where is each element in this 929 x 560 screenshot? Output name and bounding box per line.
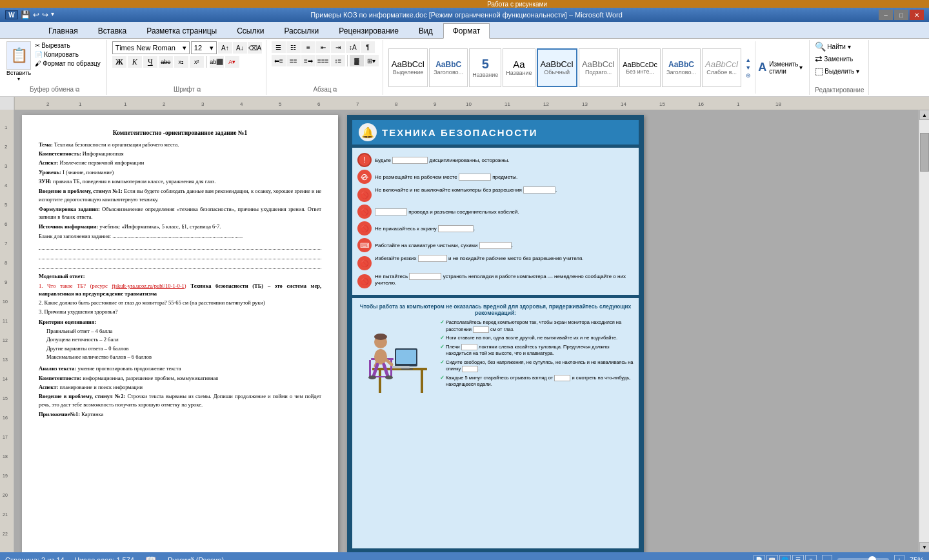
style-5[interactable]: 5 Название: [469, 48, 501, 87]
svg-rect-49: [396, 350, 416, 364]
tab-mailings[interactable]: Рассылки: [274, 23, 328, 38]
tab-view[interactable]: Вид: [409, 23, 443, 38]
italic-button[interactable]: К: [128, 56, 142, 68]
view-outline-button[interactable]: ☰: [792, 555, 804, 560]
replace-button[interactable]: ⇄Заменить: [815, 54, 853, 64]
shading-button[interactable]: ▓: [350, 55, 364, 66]
strikethrough-button[interactable]: abe: [159, 56, 173, 68]
font-color-button[interactable]: A▾: [225, 56, 239, 68]
font-size-dropdown[interactable]: 12 ▾: [191, 41, 217, 54]
answer1: 1. Что такое ТБ? (ресурс fjskult-yra.uco…: [39, 282, 321, 298]
style-heading1[interactable]: AaBbC Заголово...: [429, 48, 468, 87]
view-web-button[interactable]: 🌐: [779, 555, 791, 560]
font-shrink-button[interactable]: A↓: [233, 42, 247, 54]
view-reading-button[interactable]: 📖: [766, 555, 778, 560]
styles-down-button[interactable]: ▼: [745, 65, 751, 71]
rec-title: Чтобы работа за компьютером не оказалась…: [357, 303, 634, 316]
style-aa[interactable]: Aa Название: [503, 48, 535, 87]
contextual-tab-label[interactable]: Работа с рисунками: [479, 1, 555, 8]
tab-home[interactable]: Главная: [39, 23, 88, 38]
text-highlight-button[interactable]: ab⬛: [210, 56, 224, 68]
tab-insert[interactable]: Вставка: [88, 23, 137, 38]
style-heading2[interactable]: AaBbC Заголово...: [662, 48, 701, 87]
scroll-up-button[interactable]: ▲: [919, 110, 929, 120]
svg-text:2: 2: [163, 101, 166, 107]
show-formatting-button[interactable]: ¶: [361, 41, 375, 53]
rule-2-icon: ⊘: [357, 170, 372, 184]
increase-indent-button[interactable]: ⇥: [331, 41, 345, 53]
doc-aspect: Аспект: Извлечение первичной информации: [39, 159, 321, 166]
change-styles-button[interactable]: A Изменитьстили ▾: [758, 61, 803, 75]
app-icon[interactable]: W: [5, 10, 18, 19]
styles-more-button[interactable]: ⊕: [746, 72, 751, 79]
poster-title: ТЕХНИКА БЕЗОПАСНОСТИ: [382, 127, 538, 138]
svg-text:10: 10: [466, 101, 472, 107]
numbering-button[interactable]: ☷: [286, 41, 301, 53]
multilevel-list-button[interactable]: ≡: [301, 41, 315, 53]
answer1-link[interactable]: fjskult-yra.ucoz.ru/publ/10-1-0-1: [112, 283, 185, 289]
superscript-button[interactable]: x²: [190, 56, 204, 68]
ruler-corner[interactable]: [0, 97, 14, 110]
style-weak[interactable]: AaBbCcI Слабое в...: [702, 48, 741, 87]
format-painter-button[interactable]: 🖌Формат по образцу: [33, 59, 103, 68]
tab-page-layout[interactable]: Разметка страницы: [137, 23, 226, 38]
undo-icon[interactable]: ↩: [33, 10, 39, 19]
style-default[interactable]: AaBbCcI Выделение: [388, 48, 428, 87]
tab-references[interactable]: Ссылки: [227, 23, 274, 38]
rec-3: ✓ Плечи локтями слегка касайтесь туловищ…: [440, 344, 634, 357]
align-center-button[interactable]: ≡≡: [286, 55, 301, 66]
rule-5-icon: 🚫: [357, 221, 372, 235]
subscript-button[interactable]: x₂: [174, 56, 188, 68]
tab-review[interactable]: Рецензирование: [329, 23, 408, 38]
sort-button[interactable]: ↕A: [346, 41, 360, 53]
save-icon[interactable]: 💾: [21, 10, 30, 19]
view-normal-button[interactable]: 📄: [754, 555, 765, 560]
close-button[interactable]: ✕: [910, 10, 924, 20]
zoom-thumb[interactable]: [868, 556, 876, 560]
style-subtitle[interactable]: AaBbCcI Подзаго...: [579, 48, 618, 87]
tab-format[interactable]: Формат: [443, 23, 490, 39]
scroll-track[interactable]: [919, 120, 929, 542]
borders-button[interactable]: ⊞▾: [365, 55, 379, 66]
ruler-horizontal: 2 1 1 2 3 4 5 6 7 8 9 10 11 12 13 14 15 …: [14, 97, 929, 110]
copy-button[interactable]: 📄Копировать: [33, 50, 103, 59]
language-icon[interactable]: 📖: [145, 555, 157, 560]
doc-task-title: Компетентностно -ориентированное задание…: [39, 129, 321, 138]
font-name-dropdown[interactable]: Times New Roman ▾: [112, 41, 190, 54]
bold-button[interactable]: Ж: [112, 56, 126, 68]
rec-content: ✓ Располагайтесь перед компьютером так, …: [357, 319, 634, 397]
font-grow-button[interactable]: A↑: [218, 42, 232, 54]
doc-level: Уровень: I (знание, понимание): [39, 168, 321, 176]
decrease-indent-button[interactable]: ⇤: [316, 41, 330, 53]
redo-icon[interactable]: ↪: [42, 10, 48, 19]
view-draft-button[interactable]: ≡: [805, 555, 817, 560]
justify-button[interactable]: ≡≡≡: [316, 55, 330, 66]
left-page: Компетентностно -ориентированное задание…: [22, 115, 338, 552]
minimize-button[interactable]: –: [879, 10, 893, 20]
align-left-button[interactable]: ⬅≡: [272, 55, 286, 66]
clipboard-expand[interactable]: ⧉: [75, 86, 79, 93]
paste-button[interactable]: 📋 Вставить ▾: [6, 41, 31, 82]
scroll-thumb[interactable]: [920, 133, 929, 172]
zoom-out-button[interactable]: −: [822, 555, 832, 560]
scroll-down-button[interactable]: ▼: [919, 542, 929, 552]
zoom-in-button[interactable]: +: [894, 555, 904, 560]
bullets-button[interactable]: ☰: [272, 41, 286, 53]
svg-rect-22: [0, 110, 14, 552]
styles-up-button[interactable]: ▲: [745, 57, 751, 63]
svg-text:6: 6: [317, 101, 321, 107]
clear-format-button[interactable]: ⌫A: [248, 42, 262, 54]
style-no-spacing[interactable]: AaBbCcDc Без инте...: [619, 48, 661, 87]
underline-button[interactable]: Ч: [143, 56, 157, 68]
clipboard-group: 📋 Вставить ▾ ✂Вырезать 📄Копировать 🖌Форм…: [3, 40, 107, 95]
maximize-button[interactable]: □: [894, 10, 908, 20]
font-expand[interactable]: ⧉: [197, 86, 201, 93]
doc-theme: Тема: Техника безопасности и организация…: [39, 141, 321, 148]
find-button[interactable]: 🔍Найти ▾: [815, 41, 850, 52]
align-right-button[interactable]: ≡➡: [301, 55, 315, 66]
cut-button[interactable]: ✂Вырезать: [33, 41, 103, 50]
select-button[interactable]: ⬚Выделить ▾: [815, 66, 859, 76]
style-normal[interactable]: AaBbCcI Обычный: [537, 48, 577, 87]
paragraph-expand[interactable]: ⧉: [333, 86, 337, 93]
line-spacing-button[interactable]: ↕≡: [331, 55, 345, 66]
